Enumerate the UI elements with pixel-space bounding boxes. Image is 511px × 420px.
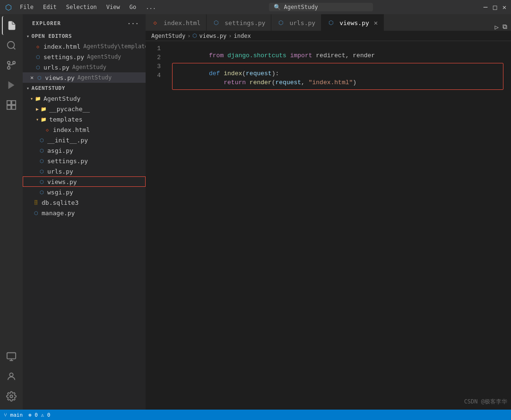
file-urls-py[interactable]: ⬡ urls.py <box>23 166 146 176</box>
file-views-py[interactable]: ⬡ views.py <box>23 176 146 187</box>
tab-urls-py-label: urls.py <box>289 19 315 26</box>
menu-more[interactable]: ... <box>142 3 160 11</box>
activity-search[interactable] <box>2 36 21 55</box>
run-button[interactable]: ▷ <box>495 23 499 31</box>
py-icon: ⬡ <box>38 157 45 165</box>
open-editor-settings-py[interactable]: ⬡ settings.py AgentStudy <box>23 52 146 62</box>
maximize-button[interactable]: □ <box>492 4 498 10</box>
search-label: AgentStudy <box>284 4 318 10</box>
open-editor-urls-py[interactable]: ⬡ urls.py AgentStudy <box>23 62 146 72</box>
breadcrumb-agentstudy[interactable]: AgentStudy <box>151 33 185 39</box>
menu-selection[interactable]: Selection <box>62 3 101 11</box>
search-icon: 🔍 <box>274 4 281 10</box>
db-icon: 🗄 <box>32 199 40 206</box>
svg-point-2 <box>8 61 10 64</box>
file-tree: ▾ OPEN EDITORS ◇ index.html AgentStudy\t… <box>23 31 146 410</box>
breadcrumb-index[interactable]: index <box>234 33 251 39</box>
main-container: EXPLORER ··· ▾ OPEN EDITORS ◇ index.html… <box>0 14 511 410</box>
code-line-1: 1 from django.shortcuts import redirect,… <box>146 45 511 54</box>
svg-point-11 <box>9 373 13 376</box>
svg-point-0 <box>8 42 15 49</box>
file-asgi-py[interactable]: ⬡ asgi.py <box>23 145 146 156</box>
line-num-2: 2 <box>146 54 168 63</box>
tab-urls-py[interactable]: ⬡ urls.py <box>271 14 321 31</box>
sidebar-more-button[interactable]: ··· <box>126 19 140 28</box>
file-index-html[interactable]: ◇ index.html <box>23 124 146 135</box>
file-db-sqlite3[interactable]: 🗄 db.sqlite3 <box>23 197 146 208</box>
py-icon: ⬡ <box>38 147 45 154</box>
folder-templates[interactable]: ▾ 📁 templates <box>23 114 146 124</box>
close-icon[interactable]: ✕ <box>30 74 34 81</box>
py-file-icon: ⬡ <box>34 63 42 71</box>
breadcrumb: AgentStudy › ⬡ views.py › index <box>146 31 511 41</box>
line-num-4: 4 <box>146 72 168 81</box>
open-editor-index-html[interactable]: ◇ index.html AgentStudy\templates <box>23 41 146 52</box>
activity-bottom <box>2 347 21 410</box>
file-wsgi-py[interactable]: ⬡ wsgi.py <box>23 187 146 197</box>
title-bar-left: ⬡ File Edit Selection View Go ... <box>4 2 160 12</box>
line-content-2 <box>168 54 511 63</box>
py-icon: ⬡ <box>38 167 45 175</box>
tab-settings-py-label: settings.py <box>225 19 265 26</box>
menu-go[interactable]: Go <box>126 3 140 11</box>
svg-marker-5 <box>9 81 15 89</box>
menu-view[interactable]: View <box>103 3 124 11</box>
vscode-logo[interactable]: ⬡ <box>4 2 13 12</box>
svg-rect-6 <box>7 101 11 105</box>
file-settings-py[interactable]: ⬡ settings.py <box>23 156 146 166</box>
svg-point-3 <box>8 67 10 70</box>
activity-run[interactable] <box>2 76 21 95</box>
folder-agentstudy[interactable]: ▾ 📁 AgentStudy <box>23 93 146 104</box>
py-file-icon: ⬡ <box>34 53 42 61</box>
agentstudy-label: AGENTSTUDY <box>32 85 65 91</box>
open-editors-section[interactable]: ▾ OPEN EDITORS <box>23 31 146 41</box>
activity-remote[interactable] <box>2 347 21 366</box>
global-search-bar[interactable]: 🔍 AgentStudy <box>269 3 373 11</box>
folder-icon: 📁 <box>40 115 47 123</box>
file-init-py[interactable]: ⬡ __init__.py <box>23 135 146 145</box>
breadcrumb-viewspy[interactable]: views.py <box>199 33 226 39</box>
menu-file[interactable]: File <box>16 3 37 11</box>
svg-rect-9 <box>12 105 16 109</box>
svg-rect-8 <box>7 105 11 109</box>
activity-settings[interactable] <box>2 387 21 406</box>
tab-views-py[interactable]: ⬡ views.py ✕ <box>321 14 384 31</box>
activity-files[interactable] <box>2 16 21 35</box>
tab-py-icon: ⬡ <box>212 19 220 26</box>
title-bar-right: ─ □ ✕ <box>483 4 507 10</box>
svg-rect-7 <box>12 101 16 105</box>
status-errors[interactable]: ⊗ 0 ⚠ 0 <box>28 412 50 418</box>
py-icon: ⬡ <box>32 209 40 217</box>
minimize-button[interactable]: ─ <box>483 4 488 10</box>
line-content-1: from django.shortcuts import redirect, r… <box>168 45 511 54</box>
status-bar: ⑂ main ⊗ 0 ⚠ 0 <box>0 410 511 420</box>
sidebar-header: EXPLORER ··· <box>23 14 146 31</box>
tab-html-icon: ◇ <box>151 19 159 26</box>
tab-py-icon: ⬡ <box>277 19 285 26</box>
activity-accounts[interactable] <box>2 367 21 386</box>
tab-index-html-label: index.html <box>164 19 200 26</box>
tabs-bar: ◇ index.html ⬡ settings.py ⬡ urls.py ⬡ v… <box>146 14 511 31</box>
html-file-icon: ◇ <box>34 43 42 50</box>
folder-pycache[interactable]: ▶ 📁 __pycache__ <box>23 104 146 114</box>
status-branch[interactable]: ⑂ main <box>4 412 23 418</box>
agentstudy-section[interactable]: ▾ AGENTSTUDY <box>23 83 146 93</box>
code-editor[interactable]: 1 from django.shortcuts import redirect,… <box>146 41 511 410</box>
activity-extensions[interactable] <box>2 96 21 114</box>
sidebar: EXPLORER ··· ▾ OPEN EDITORS ◇ index.html… <box>23 14 146 410</box>
menu-edit[interactable]: Edit <box>39 3 61 11</box>
svg-line-1 <box>13 47 15 49</box>
file-manage-py[interactable]: ⬡ manage.py <box>23 208 146 218</box>
open-editor-views-py[interactable]: ✕ ⬡ views.py AgentStudy <box>23 72 146 83</box>
activity-source-control[interactable] <box>2 56 21 75</box>
title-bar-center: 🔍 AgentStudy <box>164 3 479 11</box>
sidebar-actions: ··· <box>126 19 140 28</box>
tab-settings-py[interactable]: ⬡ settings.py <box>207 14 271 31</box>
tab-close-button[interactable]: ✕ <box>374 19 378 26</box>
code-line-3: 3 def index(request): <box>146 63 511 72</box>
split-editor-button[interactable]: ⧉ <box>502 23 507 31</box>
close-button[interactable]: ✕ <box>502 4 507 10</box>
line-content-3: def index(request): <box>168 63 511 72</box>
tab-index-html[interactable]: ◇ index.html <box>146 14 207 31</box>
code-line-2: 2 <box>146 54 511 63</box>
